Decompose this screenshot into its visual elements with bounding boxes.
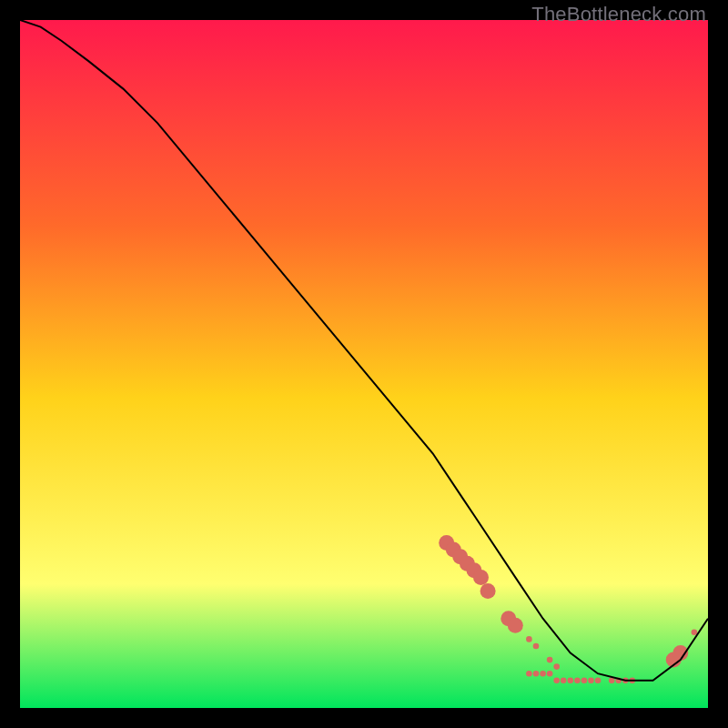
- marker-dot: [533, 643, 540, 650]
- marker-dot: [526, 636, 532, 642]
- marker-dot: [547, 657, 553, 663]
- marker-dot: [473, 570, 489, 585]
- chart-stage: TheBottleneck.com: [0, 0, 728, 728]
- marker-dot: [547, 671, 553, 677]
- marker-dot: [588, 678, 594, 684]
- gradient-background: [20, 20, 708, 708]
- marker-dot: [581, 678, 588, 684]
- marker-dot: [540, 671, 546, 677]
- marker-dot: [480, 583, 496, 599]
- marker-dot: [568, 678, 574, 684]
- bottleneck-chart: [20, 20, 708, 708]
- marker-dot: [553, 663, 560, 670]
- marker-dot: [533, 671, 540, 677]
- marker-dot: [574, 678, 581, 684]
- marker-dot: [508, 618, 523, 633]
- marker-dot: [553, 678, 560, 684]
- marker-dot: [561, 678, 567, 684]
- marker-dot: [692, 630, 698, 636]
- marker-dot: [595, 678, 602, 684]
- marker-dot: [526, 671, 532, 677]
- watermark-text: TheBottleneck.com: [531, 3, 706, 26]
